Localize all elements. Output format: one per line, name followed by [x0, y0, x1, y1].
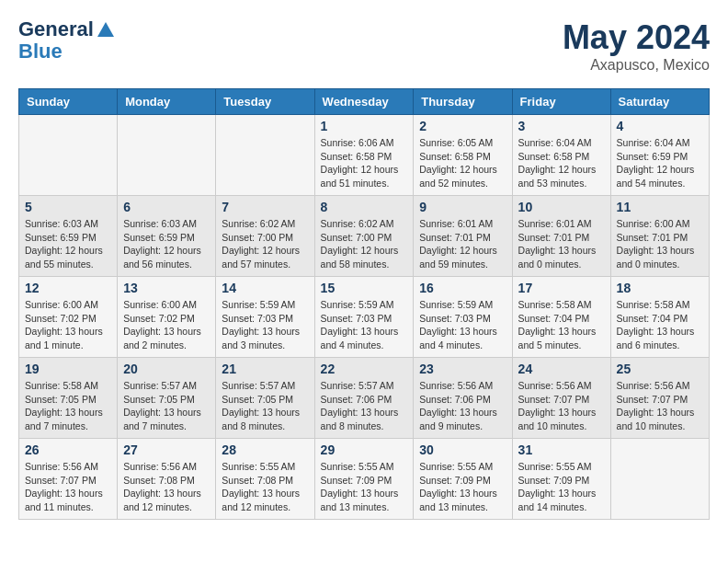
header-day-thursday: Thursday [414, 89, 512, 115]
day-info: Sunrise: 5:56 AMSunset: 7:07 PMDaylight:… [25, 460, 111, 514]
header-day-saturday: Saturday [610, 89, 709, 115]
day-info: Sunrise: 5:57 AMSunset: 7:06 PMDaylight:… [321, 379, 408, 433]
calendar-cell: 26Sunrise: 5:56 AMSunset: 7:07 PMDayligh… [19, 439, 118, 520]
header-row: SundayMondayTuesdayWednesdayThursdayFrid… [19, 89, 710, 115]
day-number: 26 [25, 442, 111, 457]
day-info: Sunrise: 6:06 AMSunset: 6:58 PMDaylight:… [321, 136, 408, 190]
calendar-cell: 19Sunrise: 5:58 AMSunset: 7:05 PMDayligh… [19, 358, 118, 439]
week-row-2: 5Sunrise: 6:03 AMSunset: 6:59 PMDaylight… [19, 196, 710, 277]
day-number: 9 [419, 200, 506, 214]
calendar-cell: 9Sunrise: 6:01 AMSunset: 7:01 PMDaylight… [414, 196, 512, 277]
header-day-sunday: Sunday [19, 89, 118, 115]
calendar-cell: 24Sunrise: 5:56 AMSunset: 7:07 PMDayligh… [512, 358, 610, 439]
day-number: 1 [321, 119, 408, 133]
calendar-cell: 23Sunrise: 5:56 AMSunset: 7:06 PMDayligh… [414, 358, 512, 439]
day-number: 30 [419, 442, 506, 457]
calendar-cell: 30Sunrise: 5:55 AMSunset: 7:09 PMDayligh… [414, 439, 512, 520]
calendar-cell: 5Sunrise: 6:03 AMSunset: 6:59 PMDaylight… [19, 196, 118, 277]
day-number: 15 [321, 281, 408, 295]
calendar-cell: 21Sunrise: 5:57 AMSunset: 7:05 PMDayligh… [216, 358, 314, 439]
day-info: Sunrise: 5:55 AMSunset: 7:09 PMDaylight:… [321, 460, 408, 514]
calendar-body: 1Sunrise: 6:06 AMSunset: 6:58 PMDaylight… [19, 115, 710, 520]
day-info: Sunrise: 5:56 AMSunset: 7:07 PMDaylight:… [518, 379, 605, 433]
day-number: 5 [25, 200, 111, 214]
day-number: 23 [419, 362, 506, 376]
day-number: 22 [321, 362, 408, 376]
calendar-cell [610, 439, 709, 520]
week-row-4: 19Sunrise: 5:58 AMSunset: 7:05 PMDayligh… [19, 358, 710, 439]
day-info: Sunrise: 5:55 AMSunset: 7:09 PMDaylight:… [518, 460, 605, 514]
calendar-cell: 15Sunrise: 5:59 AMSunset: 7:03 PMDayligh… [314, 277, 414, 358]
calendar-cell: 17Sunrise: 5:58 AMSunset: 7:04 PMDayligh… [512, 277, 610, 358]
day-number: 28 [222, 442, 308, 457]
day-number: 3 [518, 119, 605, 133]
header-day-wednesday: Wednesday [314, 89, 414, 115]
day-number: 10 [518, 200, 605, 214]
logo: General Blue [18, 18, 116, 63]
day-info: Sunrise: 6:02 AMSunset: 7:00 PMDaylight:… [321, 217, 408, 271]
week-row-5: 26Sunrise: 5:56 AMSunset: 7:07 PMDayligh… [19, 439, 710, 520]
day-info: Sunrise: 5:56 AMSunset: 7:07 PMDaylight:… [617, 379, 703, 433]
calendar-cell [216, 115, 314, 196]
day-number: 20 [123, 362, 210, 376]
day-info: Sunrise: 5:55 AMSunset: 7:09 PMDaylight:… [419, 460, 506, 514]
day-number: 17 [518, 281, 605, 295]
calendar-table: SundayMondayTuesdayWednesdayThursdayFrid… [18, 88, 710, 520]
page-header: General Blue May 2024 Axapusco, Mexico [18, 18, 710, 74]
day-info: Sunrise: 6:04 AMSunset: 6:58 PMDaylight:… [518, 136, 605, 190]
calendar-cell: 7Sunrise: 6:02 AMSunset: 7:00 PMDaylight… [216, 196, 314, 277]
day-number: 27 [123, 442, 210, 457]
day-info: Sunrise: 6:03 AMSunset: 6:59 PMDaylight:… [123, 217, 210, 271]
logo-text: General [18, 18, 116, 40]
calendar-cell: 31Sunrise: 5:55 AMSunset: 7:09 PMDayligh… [512, 439, 610, 520]
day-info: Sunrise: 5:59 AMSunset: 7:03 PMDaylight:… [222, 298, 308, 352]
calendar-cell: 18Sunrise: 5:58 AMSunset: 7:04 PMDayligh… [610, 277, 709, 358]
day-info: Sunrise: 5:56 AMSunset: 7:08 PMDaylight:… [123, 460, 210, 514]
calendar-cell: 20Sunrise: 5:57 AMSunset: 7:05 PMDayligh… [118, 358, 216, 439]
calendar-cell [19, 115, 118, 196]
day-number: 24 [518, 362, 605, 376]
calendar-cell: 11Sunrise: 6:00 AMSunset: 7:01 PMDayligh… [610, 196, 709, 277]
svg-marker-0 [97, 22, 114, 37]
day-number: 7 [222, 200, 308, 214]
day-info: Sunrise: 6:03 AMSunset: 6:59 PMDaylight:… [25, 217, 111, 271]
logo-icon [96, 20, 116, 40]
calendar-header: SundayMondayTuesdayWednesdayThursdayFrid… [19, 89, 710, 115]
day-info: Sunrise: 5:59 AMSunset: 7:03 PMDaylight:… [321, 298, 408, 352]
day-number: 6 [123, 200, 210, 214]
day-info: Sunrise: 5:55 AMSunset: 7:08 PMDaylight:… [222, 460, 308, 514]
day-number: 29 [321, 442, 408, 457]
calendar-cell: 6Sunrise: 6:03 AMSunset: 6:59 PMDaylight… [118, 196, 216, 277]
day-info: Sunrise: 6:01 AMSunset: 7:01 PMDaylight:… [518, 217, 605, 271]
header-day-friday: Friday [512, 89, 610, 115]
calendar-cell: 1Sunrise: 6:06 AMSunset: 6:58 PMDaylight… [314, 115, 414, 196]
location-title: Axapusco, Mexico [563, 57, 710, 74]
calendar-cell: 13Sunrise: 6:00 AMSunset: 7:02 PMDayligh… [118, 277, 216, 358]
title-area: May 2024 Axapusco, Mexico [563, 18, 710, 74]
day-info: Sunrise: 5:58 AMSunset: 7:05 PMDaylight:… [25, 379, 111, 433]
calendar-cell: 4Sunrise: 6:04 AMSunset: 6:59 PMDaylight… [610, 115, 709, 196]
day-info: Sunrise: 5:58 AMSunset: 7:04 PMDaylight:… [617, 298, 703, 352]
calendar-cell: 25Sunrise: 5:56 AMSunset: 7:07 PMDayligh… [610, 358, 709, 439]
day-number: 12 [25, 281, 111, 295]
day-info: Sunrise: 5:59 AMSunset: 7:03 PMDaylight:… [419, 298, 506, 352]
day-number: 19 [25, 362, 111, 376]
week-row-1: 1Sunrise: 6:06 AMSunset: 6:58 PMDaylight… [19, 115, 710, 196]
calendar-cell: 2Sunrise: 6:05 AMSunset: 6:58 PMDaylight… [414, 115, 512, 196]
calendar-cell [118, 115, 216, 196]
day-number: 11 [617, 200, 703, 214]
day-info: Sunrise: 5:58 AMSunset: 7:04 PMDaylight:… [518, 298, 605, 352]
day-number: 4 [617, 119, 703, 133]
day-number: 18 [617, 281, 703, 295]
calendar-cell: 12Sunrise: 6:00 AMSunset: 7:02 PMDayligh… [19, 277, 118, 358]
day-number: 8 [321, 200, 408, 214]
day-info: Sunrise: 5:57 AMSunset: 7:05 PMDaylight:… [222, 379, 308, 433]
day-info: Sunrise: 6:00 AMSunset: 7:01 PMDaylight:… [617, 217, 703, 271]
logo-blue: Blue [18, 40, 116, 63]
month-title: May 2024 [563, 18, 710, 57]
day-info: Sunrise: 6:04 AMSunset: 6:59 PMDaylight:… [617, 136, 703, 190]
day-number: 14 [222, 281, 308, 295]
day-info: Sunrise: 5:57 AMSunset: 7:05 PMDaylight:… [123, 379, 210, 433]
day-number: 31 [518, 442, 605, 457]
day-number: 25 [617, 362, 703, 376]
